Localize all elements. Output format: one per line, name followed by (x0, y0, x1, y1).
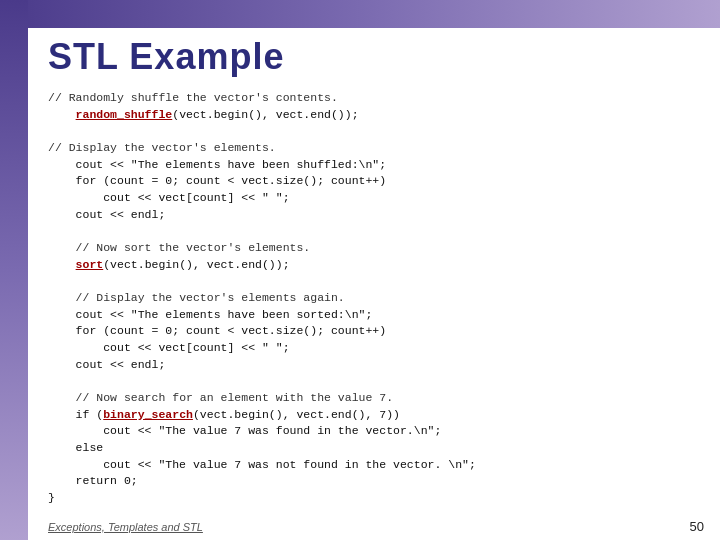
code-line: cout << "The value 7 was not found in th… (48, 457, 704, 474)
code-line (48, 373, 704, 390)
code-line: cout << endl; (48, 207, 704, 224)
code-line: cout << "The value 7 was found in the ve… (48, 423, 704, 440)
code-line: cout << vect[count] << " "; (48, 190, 704, 207)
code-line: // Now search for an element with the va… (48, 390, 704, 407)
left-gradient-bar (0, 0, 28, 540)
code-line: // Display the vector's elements again. (48, 290, 704, 307)
slide-footer: Exceptions, Templates and STL 50 (48, 519, 704, 534)
code-line: // Randomly shuffle the vector's content… (48, 90, 704, 107)
code-content: // Randomly shuffle the vector's content… (48, 90, 704, 508)
footer-label: Exceptions, Templates and STL (48, 521, 203, 533)
code-line: random_shuffle(vect.begin(), vect.end())… (48, 107, 704, 124)
code-line: cout << "The elements have been sorted:\… (48, 307, 704, 324)
code-line: cout << vect[count] << " "; (48, 340, 704, 357)
code-line (48, 223, 704, 240)
code-line: } (48, 490, 704, 507)
slide-title: STL Example (48, 36, 284, 78)
code-line: return 0; (48, 473, 704, 490)
code-line: // Display the vector's elements. (48, 140, 704, 157)
code-line: // Now sort the vector's elements. (48, 240, 704, 257)
code-line: cout << endl; (48, 357, 704, 374)
page-number: 50 (690, 519, 704, 534)
code-line: sort(vect.begin(), vect.end()); (48, 257, 704, 274)
code-line: for (count = 0; count < vect.size(); cou… (48, 173, 704, 190)
code-line: for (count = 0; count < vect.size(); cou… (48, 323, 704, 340)
top-gradient-bar (0, 0, 720, 28)
code-line (48, 123, 704, 140)
code-line (48, 273, 704, 290)
code-line: cout << "The elements have been shuffled… (48, 157, 704, 174)
code-line: else (48, 440, 704, 457)
code-line: if (binary_search(vect.begin(), vect.end… (48, 407, 704, 424)
